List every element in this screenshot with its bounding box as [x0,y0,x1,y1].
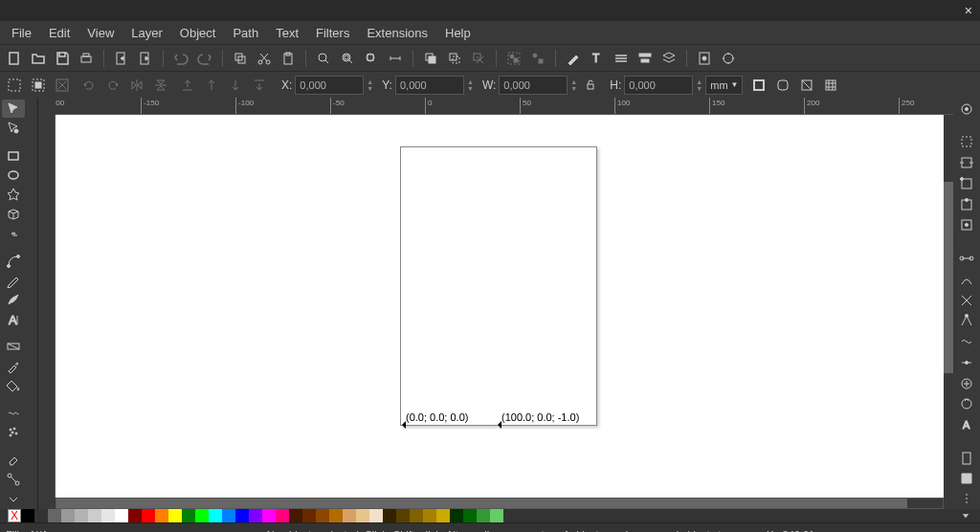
scrollbar-vertical[interactable] [944,115,953,498]
x-spinner[interactable]: ▲▼ [367,78,373,92]
spiral-tool-icon[interactable] [2,225,25,243]
import-icon[interactable] [111,48,132,69]
color-swatch[interactable] [142,509,155,522]
copy-icon[interactable] [230,48,251,69]
node-tool-icon[interactable] [2,119,25,137]
color-swatch[interactable] [209,509,222,522]
palette-menu-icon[interactable] [959,509,972,522]
dropper-tool-icon[interactable] [2,357,25,375]
tweak-tool-icon[interactable] [2,404,25,422]
snap-toggle-icon[interactable] [955,100,978,119]
color-swatch[interactable] [356,509,369,522]
h-input[interactable] [624,76,693,95]
zoom-drawing-icon[interactable] [337,48,358,69]
xml-icon[interactable] [611,48,632,69]
snap-nodes-icon[interactable] [955,249,978,268]
rotate-cw-icon[interactable] [102,75,123,96]
snap-bbox-corner-icon[interactable] [955,174,978,193]
lower-bottom-icon[interactable] [249,75,270,96]
color-swatch[interactable] [396,509,410,522]
zoom-page-icon[interactable] [361,48,382,69]
color-swatch[interactable] [490,509,503,522]
lock-aspect-icon[interactable] [580,75,601,96]
snap-center-node-icon[interactable] [955,374,978,393]
document-properties-icon[interactable] [718,48,739,69]
fill-stroke-indicator[interactable]: Fill: N/A Stroke: N/A [6,528,59,533]
scrollbar-horizontal[interactable] [56,498,944,509]
pencil-tool-icon[interactable] [2,271,25,289]
3dbox-tool-icon[interactable] [2,205,25,223]
gradient-tool-icon[interactable] [2,338,25,356]
menu-edit[interactable]: Edit [41,23,78,43]
duplicate-icon[interactable] [420,48,441,69]
raise-top-icon[interactable] [177,75,198,96]
w-input[interactable] [499,76,568,95]
select-all-icon[interactable] [4,75,25,96]
expand-tools-icon[interactable] [2,491,25,509]
color-swatch[interactable] [115,509,128,522]
color-swatch[interactable] [329,509,343,522]
unlink-clone-icon[interactable] [468,48,489,69]
preferences-icon[interactable] [694,48,715,69]
snap-midpoint-icon[interactable] [955,353,978,372]
color-swatch[interactable] [383,509,396,522]
connector-tool-icon[interactable] [2,470,25,488]
menu-text[interactable]: Text [268,23,306,43]
color-swatch[interactable] [128,509,142,522]
redo-icon[interactable] [194,48,215,69]
color-swatch[interactable] [155,509,168,522]
h-spinner[interactable]: ▲▼ [696,78,702,92]
color-swatch[interactable] [34,509,48,522]
text-dialog-icon[interactable]: T [587,48,608,69]
snap-text-icon[interactable]: A [955,415,978,434]
color-swatch[interactable] [48,509,61,522]
ruler-vertical[interactable] [38,115,56,498]
color-swatch[interactable] [343,509,356,522]
color-swatch[interactable] [450,509,463,522]
color-swatch[interactable] [61,509,75,522]
canvas[interactable]: (0.0; 0.0; 0.0) (100.0; 0.0; -1.0) [56,115,944,498]
text-tool-icon[interactable]: A [2,310,25,328]
flip-v-icon[interactable] [150,75,171,96]
move-patterns-icon[interactable] [820,75,841,96]
flip-h-icon[interactable] [126,75,147,96]
color-swatch[interactable] [195,509,209,522]
eraser-tool-icon[interactable] [2,451,25,469]
color-swatch[interactable] [302,509,316,522]
menu-path[interactable]: Path [225,23,266,43]
menu-extensions[interactable]: Extensions [359,23,435,43]
color-swatch[interactable] [423,509,436,522]
color-swatch[interactable] [276,509,289,522]
paintbucket-tool-icon[interactable] [2,376,25,394]
align-icon[interactable] [635,48,656,69]
ellipse-tool-icon[interactable] [2,166,25,184]
zoom-selection-icon[interactable] [313,48,334,69]
snap-rotation-icon[interactable] [955,395,978,414]
color-swatch[interactable] [168,509,182,522]
undo-icon[interactable] [170,48,191,69]
group-icon[interactable] [503,48,524,69]
color-swatch[interactable] [316,509,329,522]
ruler-horizontal[interactable]: -200-150-100-500501001502002503003504004… [56,98,953,115]
snap-page-icon[interactable] [955,449,978,468]
y-spinner[interactable]: ▲▼ [467,78,474,92]
clone-icon[interactable] [444,48,465,69]
snap-smooth-icon[interactable] [955,332,978,351]
deselect-icon[interactable] [52,75,73,96]
bezier-tool-icon[interactable] [2,252,25,270]
snap-cusp-icon[interactable] [955,311,978,330]
menu-help[interactable]: Help [437,23,479,43]
snap-intersection-icon[interactable] [955,291,978,310]
snap-bbox-edges-icon[interactable] [955,153,978,172]
selector-tool-icon[interactable] [2,100,25,118]
snap-bbox-icon[interactable] [955,133,978,152]
color-swatch[interactable] [182,509,195,522]
color-swatch[interactable] [477,509,490,522]
menu-view[interactable]: View [79,23,122,43]
x-input[interactable] [295,76,364,95]
color-swatch[interactable] [289,509,302,522]
rect-tool-icon[interactable] [2,146,25,165]
color-swatch[interactable] [463,509,477,522]
calligraphy-tool-icon[interactable] [2,291,25,309]
lower-icon[interactable] [225,75,246,96]
